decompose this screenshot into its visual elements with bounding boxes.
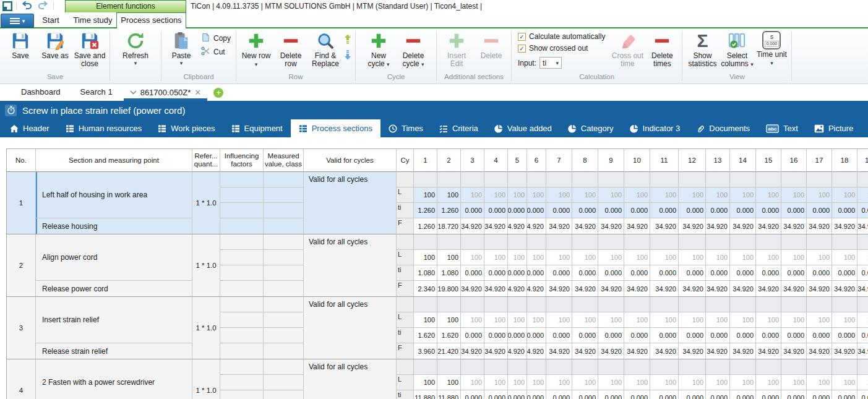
- column-header-cycle-3[interactable]: 3: [461, 149, 484, 172]
- value-cell-ti-cycle-12[interactable]: 0.000: [679, 328, 706, 343]
- save-button[interactable]: Save: [3, 30, 38, 60]
- value-cell-F-cycle-3[interactable]: 34.920: [461, 343, 484, 359]
- value-cell-F-cycle-3[interactable]: 34.920: [461, 281, 484, 296]
- value-cell-L-cycle-1[interactable]: 100: [414, 375, 437, 390]
- doc-tab-861700-050z[interactable]: 861700.050Z* ✕: [122, 84, 209, 101]
- column-header-ref-quantity[interactable]: Refer... quant...: [192, 149, 220, 172]
- value-cell-F-cycle-17[interactable]: 34.920: [807, 218, 832, 234]
- value-cell-ti-cycle-2[interactable]: 11.880: [437, 390, 461, 399]
- value-cell-L-cycle-4[interactable]: 100: [484, 187, 508, 203]
- delete-additional-button[interactable]: Delete: [474, 30, 509, 60]
- value-cell-L-cycle-18[interactable]: 100: [832, 187, 857, 203]
- value-cell-L-cycle-15[interactable]: 100: [756, 250, 781, 265]
- influencing-factors-cell[interactable]: [220, 343, 264, 359]
- value-cell-F-cycle-8[interactable]: 34.920: [572, 218, 598, 234]
- valid-for-cycles-cell[interactable]: Valid for all cycles: [304, 359, 397, 399]
- value-cell-L-cycle-15[interactable]: 100: [756, 375, 781, 390]
- doc-tab-search-1[interactable]: Search 1: [71, 84, 122, 101]
- value-cell-ti-cycle-7[interactable]: 0.000: [546, 328, 572, 343]
- value-cell-ti-cycle-19[interactable]: 0.000: [857, 203, 868, 218]
- tab-process-sections[interactable]: Process sections: [291, 119, 380, 137]
- value-cell-ti-cycle-17[interactable]: 0.000: [807, 328, 832, 343]
- value-cell-L-cycle-19[interactable]: 100: [857, 312, 868, 328]
- value-cell-F-cycle-16[interactable]: 34.920: [781, 218, 807, 234]
- insert-edit-button[interactable]: Insert Edit: [439, 30, 474, 68]
- close-icon[interactable]: ✕: [194, 88, 201, 97]
- value-cell-L-cycle-2[interactable]: 100: [437, 312, 461, 328]
- delete-row-button[interactable]: Delete row: [273, 30, 308, 68]
- value-cell-L-cycle-6[interactable]: 100: [527, 375, 546, 390]
- value-cell-ti-cycle-12[interactable]: 0.000: [679, 390, 706, 399]
- value-cell-F-cycle-4[interactable]: 34.920: [484, 281, 508, 296]
- value-cell-ti-cycle-11[interactable]: 0.000: [650, 328, 679, 343]
- measured-value-cell[interactable]: [264, 187, 304, 203]
- refresh-button[interactable]: Refresh ▾: [118, 30, 153, 66]
- column-header-valid-for-cycles[interactable]: Valid for cycles: [304, 149, 397, 172]
- value-cell-ti-cycle-13[interactable]: 0.000: [706, 265, 730, 281]
- value-cell-ti-cycle-15[interactable]: 0.000: [756, 265, 781, 281]
- value-cell-L-cycle-13[interactable]: 100: [706, 187, 730, 203]
- value-cell-F-cycle-16[interactable]: 34.920: [781, 343, 807, 359]
- value-cell-L-cycle-10[interactable]: 100: [624, 375, 650, 390]
- value-cell-L-cycle-17[interactable]: 100: [807, 187, 832, 203]
- value-cell-L-cycle-18[interactable]: 100: [832, 375, 857, 390]
- influencing-factors-cell[interactable]: [220, 359, 264, 375]
- value-cell-L-cycle-12[interactable]: 100: [679, 187, 706, 203]
- value-cell-L-cycle-8[interactable]: 100: [572, 250, 598, 265]
- value-cell-ti-cycle-17[interactable]: 0.000: [807, 203, 832, 218]
- influencing-factors-cell[interactable]: [220, 187, 264, 203]
- value-cell-ti-cycle-10[interactable]: 0.000: [624, 265, 650, 281]
- tab-picture[interactable]: Picture: [806, 119, 861, 137]
- value-cell-F-cycle-16[interactable]: 34.920: [781, 281, 807, 296]
- measured-value-cell[interactable]: [264, 281, 304, 296]
- value-cell-ti-cycle-14[interactable]: 0.000: [730, 265, 756, 281]
- copy-button[interactable]: Copy: [199, 32, 233, 45]
- value-cell-F-cycle-9[interactable]: 34.920: [598, 218, 624, 234]
- value-cell-F-cycle-12[interactable]: 34.920: [679, 343, 706, 359]
- value-cell-F-cycle-18[interactable]: 34.920: [832, 281, 857, 296]
- value-cell-L-cycle-1[interactable]: 100: [414, 250, 437, 265]
- add-tab-button[interactable]: +: [213, 88, 223, 98]
- value-cell-ti-cycle-3[interactable]: 0.000: [461, 265, 484, 281]
- value-cell-ti-cycle-18[interactable]: 0.000: [832, 203, 857, 218]
- value-cell-F-cycle-13[interactable]: 34.920: [706, 281, 730, 296]
- value-cell-F-cycle-5[interactable]: 34.920: [508, 218, 527, 234]
- value-cell-L-cycle-7[interactable]: 100: [546, 187, 572, 203]
- value-cell-L-cycle-3[interactable]: 100: [461, 375, 484, 390]
- value-cell-ti-cycle-6[interactable]: 0.000: [527, 328, 546, 343]
- value-cell-L-cycle-3[interactable]: 100: [461, 312, 484, 328]
- reference-quantity-cell[interactable]: 1 * 1.0: [192, 297, 220, 359]
- tab-documents[interactable]: Documents: [688, 119, 758, 137]
- value-cell-ti-cycle-7[interactable]: 0.000: [546, 390, 572, 399]
- value-cell-ti-cycle-6[interactable]: 0.000: [527, 390, 546, 399]
- value-cell-ti-cycle-16[interactable]: 0.000: [781, 203, 807, 218]
- value-cell-ti-cycle-5[interactable]: 0.000: [508, 203, 527, 218]
- value-cell-ti-cycle-14[interactable]: 0.000: [730, 390, 756, 399]
- ribbon-tab-process-sections[interactable]: Process sections: [116, 12, 186, 28]
- column-header-cycle-6[interactable]: 6: [527, 149, 546, 172]
- value-cell-F-cycle-3[interactable]: 34.920: [461, 218, 484, 234]
- value-cell-L-cycle-5[interactable]: 100: [508, 250, 527, 265]
- row-number-cell[interactable]: 1: [7, 172, 36, 234]
- value-cell-F-cycle-10[interactable]: 34.920: [624, 218, 650, 234]
- influencing-factors-cell[interactable]: [220, 328, 264, 343]
- reference-quantity-cell[interactable]: 1 * 1.0: [192, 359, 220, 399]
- value-cell-L-cycle-14[interactable]: 100: [730, 312, 756, 328]
- value-cell-ti-cycle-9[interactable]: 0.000: [598, 390, 624, 399]
- value-cell-L-cycle-13[interactable]: 100: [706, 312, 730, 328]
- value-cell-ti-cycle-16[interactable]: 0.000: [781, 328, 807, 343]
- value-cell-ti-cycle-4[interactable]: 0.000: [484, 265, 508, 281]
- ribbon-tab-start[interactable]: Start: [35, 14, 67, 28]
- value-cell-ti-cycle-19[interactable]: 0.000: [857, 265, 868, 281]
- influencing-factors-cell[interactable]: [220, 218, 264, 234]
- value-cell-ti-cycle-5[interactable]: 0.000: [508, 328, 527, 343]
- file-menu-button[interactable]: ▾: [1, 14, 34, 28]
- column-header-cycle-7[interactable]: 7: [546, 149, 572, 172]
- column-header-cycle-18[interactable]: 18: [832, 149, 857, 172]
- column-header-measured-value[interactable]: Measured value, class: [264, 149, 304, 172]
- value-cell-L-cycle-8[interactable]: 100: [572, 375, 598, 390]
- value-cell-ti-cycle-15[interactable]: 0.000: [756, 390, 781, 399]
- value-cell-L-cycle-4[interactable]: 100: [484, 312, 508, 328]
- value-cell-L-cycle-9[interactable]: 100: [598, 250, 624, 265]
- value-cell-ti-cycle-9[interactable]: 0.000: [598, 203, 624, 218]
